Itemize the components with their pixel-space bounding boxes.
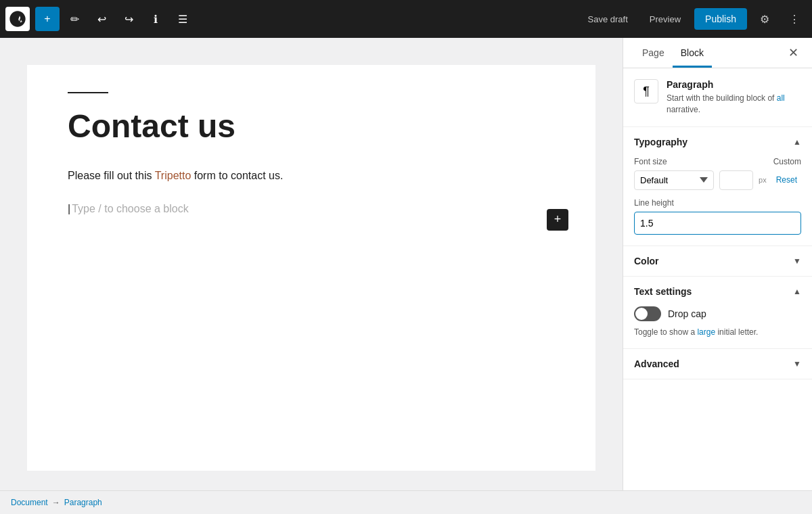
sidebar-tabs: Page Block ✕ (623, 38, 812, 68)
contact-paragraph: Please fill out this Tripetto form to co… (68, 168, 555, 184)
preview-button[interactable]: Preview (641, 10, 689, 28)
font-size-px-input[interactable] (719, 170, 753, 190)
toolbar: + ✏ ↩ ↪ ℹ ☰ Save draft Preview Publish ⚙… (0, 0, 812, 38)
drop-cap-desc: Toggle to show a large initial letter. (634, 327, 801, 338)
drop-cap-desc-link: large (697, 327, 715, 337)
placeholder-text: Type / to choose a block (72, 203, 189, 215)
drop-cap-label: Drop cap (668, 308, 706, 319)
font-size-row: Font size Custom Default Small Normal Me… (634, 157, 801, 190)
wp-logo (5, 7, 30, 31)
toolbar-left: + ✏ ↩ ↪ ℹ ☰ (5, 7, 195, 31)
typography-chevron-up-icon: ▲ (793, 137, 801, 147)
publish-button[interactable]: Publish (694, 8, 747, 30)
main-layout: Contact us Please fill out this Tripetto… (0, 38, 812, 490)
line-height-row: Line height (634, 198, 801, 235)
block-desc: Start with the building block of all nar… (667, 93, 801, 116)
font-size-controls: Default Small Normal Medium Large X-Larg… (634, 170, 801, 190)
text-settings-section-header[interactable]: Text settings ▲ (623, 277, 812, 306)
advanced-section-header[interactable]: Advanced ▼ (623, 349, 812, 379)
text-settings-section: Text settings ▲ Drop cap Toggle to show … (623, 277, 812, 350)
list-view-button[interactable]: ☰ (171, 7, 195, 31)
block-name: Paragraph (667, 79, 801, 90)
line-height-input[interactable] (634, 212, 801, 235)
plus-icon: + (44, 13, 50, 25)
ellipsis-icon: ⋮ (789, 13, 800, 26)
close-icon: ✕ (788, 45, 798, 60)
typography-section-header[interactable]: Typography ▲ (623, 127, 812, 157)
paragraph-prefix: Please fill out this (68, 170, 155, 181)
typography-section-title: Typography (634, 137, 687, 147)
breadcrumb-document[interactable]: Document (11, 498, 48, 507)
drop-cap-toggle[interactable] (634, 306, 661, 321)
sidebar: Page Block ✕ ¶ Paragraph Start with the … (623, 38, 812, 490)
typography-section-body: Font size Custom Default Small Normal Me… (623, 157, 812, 246)
info-button[interactable]: ℹ (143, 7, 168, 31)
tab-page[interactable]: Page (634, 38, 673, 68)
plus-icon: + (554, 212, 562, 227)
page-divider (68, 92, 108, 93)
toolbar-right: Save draft Preview Publish ⚙ ⋮ (580, 7, 807, 31)
redo-icon: ↪ (125, 13, 133, 26)
more-options-button[interactable]: ⋮ (782, 7, 807, 31)
line-height-label: Line height (634, 198, 801, 208)
drop-cap-desc-prefix: Toggle to show a (634, 327, 697, 337)
redo-button[interactable]: ↪ (116, 7, 141, 31)
breadcrumb: Document → Paragraph (0, 490, 812, 514)
text-settings-section-body: Drop cap Toggle to show a large initial … (623, 306, 812, 349)
tripetto-link[interactable]: Tripetto (155, 170, 191, 181)
block-desc-suffix: narrative. (667, 105, 700, 114)
info-icon: ℹ (154, 13, 158, 26)
pencil-icon: ✏ (70, 13, 79, 26)
color-section-title: Color (634, 256, 659, 266)
color-section: Color ▼ (623, 246, 812, 277)
gear-icon: ⚙ (760, 13, 769, 26)
font-size-label: Font size (634, 157, 667, 166)
settings-button[interactable]: ⚙ (752, 7, 777, 31)
undo-button[interactable]: ↩ (89, 7, 114, 31)
list-icon: ☰ (178, 13, 187, 26)
add-block-button[interactable]: + (35, 7, 60, 31)
px-label: px (759, 176, 767, 184)
paragraph-suffix: form to contact us. (191, 170, 283, 181)
font-size-select[interactable]: Default Small Normal Medium Large X-Larg… (634, 170, 714, 190)
block-info-text: Paragraph Start with the building block … (667, 79, 801, 116)
placeholder-row: Type / to choose a block + (68, 200, 555, 218)
editor-area: Contact us Please fill out this Tripetto… (0, 38, 623, 490)
save-draft-button[interactable]: Save draft (580, 10, 636, 28)
advanced-section-title: Advanced (634, 358, 679, 369)
custom-label: Custom (773, 157, 801, 166)
advanced-section: Advanced ▼ (623, 349, 812, 379)
edit-button[interactable]: ✏ (62, 7, 87, 31)
color-section-header[interactable]: Color ▼ (623, 246, 812, 276)
block-desc-link: all (777, 93, 785, 103)
undo-icon: ↩ (97, 13, 106, 26)
page-title: Contact us (68, 107, 555, 146)
block-icon: ¶ (634, 79, 658, 103)
tab-block[interactable]: Block (673, 38, 712, 68)
breadcrumb-separator: → (52, 498, 60, 507)
typography-section: Typography ▲ Font size Custom Default Sm… (623, 127, 812, 246)
block-desc-prefix: Start with the building block of (667, 93, 777, 103)
inline-add-block-button[interactable]: + (547, 209, 568, 231)
color-chevron-down-icon: ▼ (793, 256, 801, 266)
close-sidebar-button[interactable]: ✕ (786, 38, 801, 68)
advanced-chevron-down-icon: ▼ (793, 359, 801, 369)
editor-content: Contact us Please fill out this Tripetto… (27, 65, 595, 471)
reset-button[interactable]: Reset (772, 172, 801, 187)
font-size-labels: Font size Custom (634, 157, 801, 166)
drop-cap-toggle-row: Drop cap (634, 306, 801, 321)
block-info: ¶ Paragraph Start with the building bloc… (623, 68, 812, 127)
drop-cap-desc-suffix: initial letter. (715, 327, 758, 337)
breadcrumb-current[interactable]: Paragraph (64, 498, 102, 507)
text-settings-section-title: Text settings (634, 286, 692, 297)
text-settings-chevron-up-icon: ▲ (793, 287, 801, 296)
block-placeholder[interactable]: Type / to choose a block (68, 200, 555, 218)
